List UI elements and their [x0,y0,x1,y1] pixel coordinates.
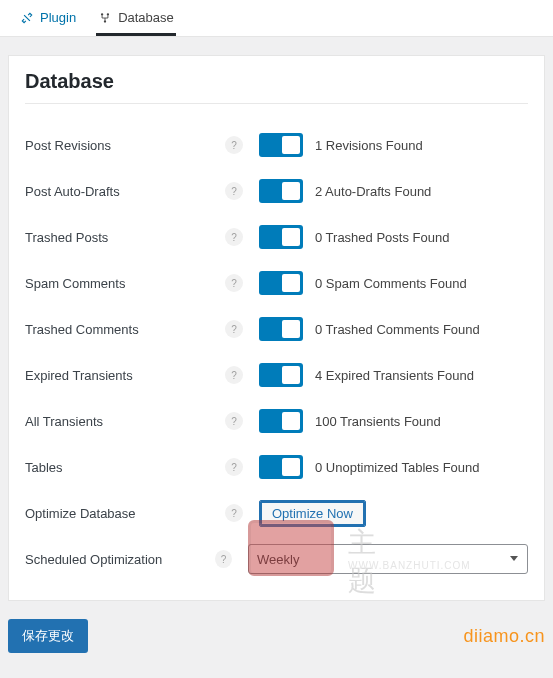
tabs: Plugin Database [0,0,553,37]
plugin-icon [20,11,34,25]
database-icon [98,11,112,25]
label-all-transients: All Transients [25,414,225,429]
label-scheduled-optimization: Scheduled Optimization [25,552,215,567]
result-post-auto-drafts: 2 Auto-Drafts Found [315,184,431,199]
row-tables: Tables ? 0 Unoptimized Tables Found [25,444,528,490]
tab-database-label: Database [118,10,174,25]
save-bar: 保存更改 diiamo.cn [0,619,553,653]
help-icon[interactable]: ? [225,228,243,246]
schedule-select-wrap: Weekly [248,544,528,574]
label-post-revisions: Post Revisions [25,138,225,153]
help-icon[interactable]: ? [225,182,243,200]
row-trashed-posts: Trashed Posts ? 0 Trashed Posts Found [25,214,528,260]
help-icon[interactable]: ? [225,412,243,430]
label-expired-transients: Expired Transients [25,368,225,383]
schedule-select[interactable]: Weekly [248,544,528,574]
svg-point-0 [101,13,103,15]
result-spam-comments: 0 Spam Comments Found [315,276,467,291]
brand-text: diiamo.cn [463,626,545,647]
toggle-post-revisions[interactable] [259,133,303,157]
toggle-post-auto-drafts[interactable] [259,179,303,203]
help-icon[interactable]: ? [225,504,243,522]
row-all-transients: All Transients ? 100 Transients Found [25,398,528,444]
result-trashed-posts: 0 Trashed Posts Found [315,230,449,245]
toggle-all-transients[interactable] [259,409,303,433]
result-expired-transients: 4 Expired Transients Found [315,368,474,383]
result-trashed-comments: 0 Trashed Comments Found [315,322,480,337]
toggle-trashed-comments[interactable] [259,317,303,341]
save-button[interactable]: 保存更改 [8,619,88,653]
toggle-spam-comments[interactable] [259,271,303,295]
settings-panel: Database Post Revisions ? 1 Revisions Fo… [8,55,545,601]
toggle-tables[interactable] [259,455,303,479]
help-icon[interactable]: ? [225,320,243,338]
toggle-expired-transients[interactable] [259,363,303,387]
tab-plugin[interactable]: Plugin [18,0,78,36]
svg-point-2 [104,20,106,22]
label-trashed-posts: Trashed Posts [25,230,225,245]
help-icon[interactable]: ? [215,550,232,568]
row-post-auto-drafts: Post Auto-Drafts ? 2 Auto-Drafts Found [25,168,528,214]
label-spam-comments: Spam Comments [25,276,225,291]
result-tables: 0 Unoptimized Tables Found [315,460,480,475]
result-all-transients: 100 Transients Found [315,414,441,429]
result-post-revisions: 1 Revisions Found [315,138,423,153]
tab-plugin-label: Plugin [40,10,76,25]
label-post-auto-drafts: Post Auto-Drafts [25,184,225,199]
help-icon[interactable]: ? [225,458,243,476]
row-spam-comments: Spam Comments ? 0 Spam Comments Found [25,260,528,306]
page-title: Database [25,70,528,104]
help-icon[interactable]: ? [225,366,243,384]
row-optimize-database: Optimize Database ? Optimize Now [25,490,528,536]
optimize-now-button[interactable]: Optimize Now [259,500,366,527]
row-expired-transients: Expired Transients ? 4 Expired Transient… [25,352,528,398]
row-scheduled-optimization: Scheduled Optimization ? Weekly [25,536,528,582]
row-trashed-comments: Trashed Comments ? 0 Trashed Comments Fo… [25,306,528,352]
help-icon[interactable]: ? [225,274,243,292]
label-tables: Tables [25,460,225,475]
toggle-trashed-posts[interactable] [259,225,303,249]
svg-point-1 [107,13,109,15]
label-optimize-database: Optimize Database [25,506,225,521]
help-icon[interactable]: ? [225,136,243,154]
label-trashed-comments: Trashed Comments [25,322,225,337]
tab-database[interactable]: Database [96,0,176,36]
row-post-revisions: Post Revisions ? 1 Revisions Found [25,122,528,168]
